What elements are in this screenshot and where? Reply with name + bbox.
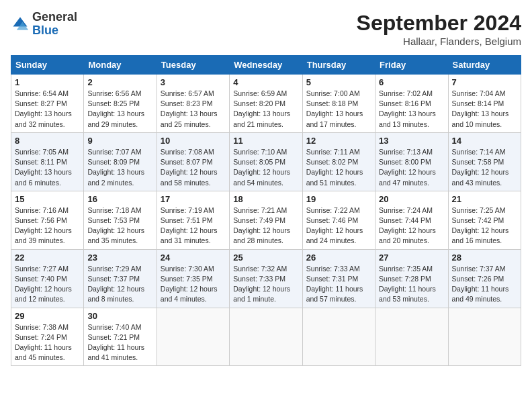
table-row: 4 Sunrise: 6:59 AM Sunset: 8:20 PM Dayli… (230, 75, 302, 133)
table-row: 28 Sunrise: 7:37 AM Sunset: 7:26 PM Dayl… (448, 249, 521, 308)
day-info: Sunrise: 6:54 AM Sunset: 8:27 PM Dayligh… (15, 89, 80, 130)
day-number: 22 (15, 253, 80, 263)
day-info: Sunrise: 7:27 AM Sunset: 7:40 PM Dayligh… (15, 264, 80, 305)
day-info: Sunrise: 7:22 AM Sunset: 7:46 PM Dayligh… (306, 205, 371, 246)
day-number: 3 (161, 77, 226, 87)
day-number: 21 (452, 194, 517, 204)
day-number: 29 (15, 311, 80, 321)
day-info: Sunrise: 7:10 AM Sunset: 8:05 PM Dayligh… (233, 147, 298, 188)
day-number: 27 (379, 253, 444, 263)
day-info: Sunrise: 7:30 AM Sunset: 7:35 PM Dayligh… (161, 264, 226, 305)
day-number: 12 (306, 136, 371, 146)
day-number: 7 (452, 77, 517, 87)
day-number: 24 (161, 253, 226, 263)
col-tuesday: Tuesday (157, 56, 229, 75)
table-row: 7 Sunrise: 7:04 AM Sunset: 8:14 PM Dayli… (448, 75, 521, 133)
day-number: 15 (15, 194, 80, 204)
table-row: 25 Sunrise: 7:32 AM Sunset: 7:33 PM Dayl… (230, 249, 302, 308)
table-row: 2 Sunrise: 6:56 AM Sunset: 8:25 PM Dayli… (84, 75, 157, 133)
day-info: Sunrise: 7:08 AM Sunset: 8:07 PM Dayligh… (161, 147, 226, 188)
table-row: 26 Sunrise: 7:33 AM Sunset: 7:31 PM Dayl… (302, 249, 375, 308)
logo-icon (11, 15, 30, 34)
day-number: 19 (306, 194, 371, 204)
day-number: 1 (15, 77, 80, 87)
table-row: 15 Sunrise: 7:16 AM Sunset: 7:56 PM Dayl… (11, 191, 84, 249)
col-saturday: Saturday (448, 56, 521, 75)
day-info: Sunrise: 7:25 AM Sunset: 7:42 PM Dayligh… (452, 205, 517, 246)
day-info: Sunrise: 7:24 AM Sunset: 7:44 PM Dayligh… (379, 205, 444, 246)
table-row: 27 Sunrise: 7:35 AM Sunset: 7:28 PM Dayl… (375, 249, 448, 308)
table-row: 21 Sunrise: 7:25 AM Sunset: 7:42 PM Dayl… (448, 191, 521, 249)
table-row: 19 Sunrise: 7:22 AM Sunset: 7:46 PM Dayl… (302, 191, 375, 249)
day-info: Sunrise: 7:35 AM Sunset: 7:28 PM Dayligh… (379, 264, 444, 305)
day-info: Sunrise: 7:19 AM Sunset: 7:51 PM Dayligh… (161, 205, 226, 246)
day-info: Sunrise: 7:32 AM Sunset: 7:33 PM Dayligh… (233, 264, 298, 305)
col-sunday: Sunday (11, 56, 84, 75)
day-number: 13 (379, 136, 444, 146)
day-number: 25 (233, 253, 298, 263)
day-info: Sunrise: 7:02 AM Sunset: 8:16 PM Dayligh… (379, 89, 444, 130)
day-info: Sunrise: 7:07 AM Sunset: 8:09 PM Dayligh… (87, 147, 152, 188)
day-number: 9 (87, 136, 152, 146)
day-number: 2 (87, 77, 152, 87)
table-row: 11 Sunrise: 7:10 AM Sunset: 8:05 PM Dayl… (230, 132, 302, 191)
page-header: General Blue September 2024 Hallaar, Fla… (11, 11, 521, 47)
day-number: 10 (161, 136, 226, 146)
day-number: 28 (452, 253, 517, 263)
table-row: 18 Sunrise: 7:21 AM Sunset: 7:49 PM Dayl… (230, 191, 302, 249)
table-row: 14 Sunrise: 7:14 AM Sunset: 7:58 PM Dayl… (448, 132, 521, 191)
calendar-week-2: 8 Sunrise: 7:05 AM Sunset: 8:11 PM Dayli… (11, 132, 521, 191)
day-info: Sunrise: 7:38 AM Sunset: 7:24 PM Dayligh… (15, 322, 80, 363)
day-number: 5 (306, 77, 371, 87)
table-row: 12 Sunrise: 7:11 AM Sunset: 8:02 PM Dayl… (302, 132, 375, 191)
month-year-title: September 2024 (357, 11, 521, 36)
title-block: September 2024 Hallaar, Flanders, Belgiu… (357, 11, 521, 47)
col-friday: Friday (375, 56, 448, 75)
logo-general-text: General (32, 10, 77, 24)
table-row: 9 Sunrise: 7:07 AM Sunset: 8:09 PM Dayli… (84, 132, 157, 191)
table-row: 29 Sunrise: 7:38 AM Sunset: 7:24 PM Dayl… (11, 308, 84, 366)
empty-cell (375, 308, 448, 366)
day-number: 23 (87, 253, 152, 263)
day-number: 16 (87, 194, 152, 204)
table-row: 24 Sunrise: 7:30 AM Sunset: 7:35 PM Dayl… (157, 249, 229, 308)
col-monday: Monday (84, 56, 157, 75)
day-info: Sunrise: 7:40 AM Sunset: 7:21 PM Dayligh… (87, 322, 152, 363)
day-info: Sunrise: 7:33 AM Sunset: 7:31 PM Dayligh… (306, 264, 371, 305)
day-number: 6 (379, 77, 444, 87)
table-row: 1 Sunrise: 6:54 AM Sunset: 8:27 PM Dayli… (11, 75, 84, 133)
day-number: 8 (15, 136, 80, 146)
logo: General Blue (11, 11, 77, 38)
day-number: 30 (87, 311, 152, 321)
day-info: Sunrise: 7:18 AM Sunset: 7:53 PM Dayligh… (87, 205, 152, 246)
day-number: 14 (452, 136, 517, 146)
empty-cell (302, 308, 375, 366)
empty-cell (448, 308, 521, 366)
table-row: 5 Sunrise: 7:00 AM Sunset: 8:18 PM Dayli… (302, 75, 375, 133)
location-subtitle: Hallaar, Flanders, Belgium (357, 36, 521, 47)
col-wednesday: Wednesday (230, 56, 302, 75)
day-info: Sunrise: 7:37 AM Sunset: 7:26 PM Dayligh… (452, 264, 517, 305)
day-info: Sunrise: 6:57 AM Sunset: 8:23 PM Dayligh… (161, 89, 226, 130)
calendar-table: Sunday Monday Tuesday Wednesday Thursday… (11, 55, 521, 366)
calendar-week-3: 15 Sunrise: 7:16 AM Sunset: 7:56 PM Dayl… (11, 191, 521, 249)
table-row: 16 Sunrise: 7:18 AM Sunset: 7:53 PM Dayl… (84, 191, 157, 249)
table-row: 20 Sunrise: 7:24 AM Sunset: 7:44 PM Dayl… (375, 191, 448, 249)
table-row: 6 Sunrise: 7:02 AM Sunset: 8:16 PM Dayli… (375, 75, 448, 133)
table-row: 30 Sunrise: 7:40 AM Sunset: 7:21 PM Dayl… (84, 308, 157, 366)
day-info: Sunrise: 7:14 AM Sunset: 7:58 PM Dayligh… (452, 147, 517, 188)
table-row: 10 Sunrise: 7:08 AM Sunset: 8:07 PM Dayl… (157, 132, 229, 191)
table-row: 17 Sunrise: 7:19 AM Sunset: 7:51 PM Dayl… (157, 191, 229, 249)
logo-blue-text: Blue (32, 24, 58, 37)
table-row: 3 Sunrise: 6:57 AM Sunset: 8:23 PM Dayli… (157, 75, 229, 133)
day-info: Sunrise: 7:00 AM Sunset: 8:18 PM Dayligh… (306, 89, 371, 130)
table-row: 8 Sunrise: 7:05 AM Sunset: 8:11 PM Dayli… (11, 132, 84, 191)
calendar-week-4: 22 Sunrise: 7:27 AM Sunset: 7:40 PM Dayl… (11, 249, 521, 308)
day-info: Sunrise: 6:56 AM Sunset: 8:25 PM Dayligh… (87, 89, 152, 130)
day-info: Sunrise: 7:05 AM Sunset: 8:11 PM Dayligh… (15, 147, 80, 188)
day-number: 26 (306, 253, 371, 263)
day-info: Sunrise: 7:29 AM Sunset: 7:37 PM Dayligh… (87, 264, 152, 305)
table-row: 13 Sunrise: 7:13 AM Sunset: 8:00 PM Dayl… (375, 132, 448, 191)
calendar-week-1: 1 Sunrise: 6:54 AM Sunset: 8:27 PM Dayli… (11, 75, 521, 133)
day-info: Sunrise: 7:11 AM Sunset: 8:02 PM Dayligh… (306, 147, 371, 188)
